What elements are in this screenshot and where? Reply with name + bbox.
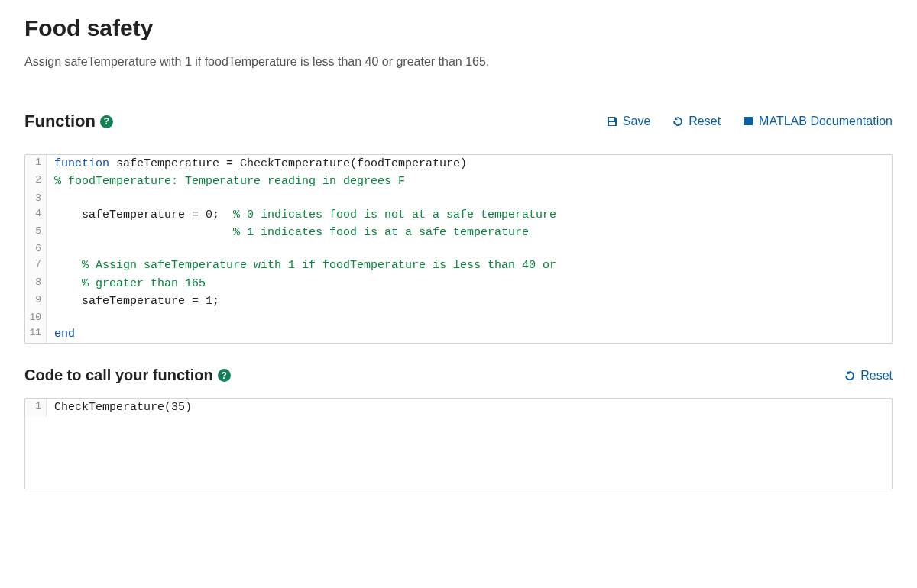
call-heading-text: Code to call your function: [24, 367, 213, 384]
code-line[interactable]: 1CheckTemperature(35): [25, 399, 892, 416]
line-number: 1: [25, 155, 47, 173]
page-title: Food safety: [24, 15, 893, 41]
save-button[interactable]: Save: [606, 115, 650, 128]
help-icon[interactable]: ?: [218, 369, 231, 382]
reset-button[interactable]: Reset: [672, 115, 721, 128]
code-content[interactable]: % foodTemperature: Temperature reading i…: [47, 173, 413, 190]
line-number: 11: [25, 325, 47, 343]
save-label: Save: [623, 115, 650, 128]
function-code-editor[interactable]: 1function safeTemperature = CheckTempera…: [24, 154, 893, 344]
code-content[interactable]: function safeTemperature = CheckTemperat…: [47, 155, 475, 173]
reset-icon: [844, 370, 856, 382]
code-line[interactable]: 9 safeTemperature = 1;: [25, 292, 892, 310]
line-number: 4: [25, 206, 47, 224]
line-number: 1: [25, 399, 47, 416]
function-section-header: Function ? Save Reset MATLAB Documentati…: [24, 111, 893, 131]
call-reset-button[interactable]: Reset: [844, 369, 893, 383]
line-number: 7: [25, 257, 47, 274]
line-number: 5: [25, 224, 47, 241]
function-toolbar: Save Reset MATLAB Documentation: [606, 115, 893, 128]
matlab-docs-link[interactable]: MATLAB Documentation: [742, 115, 893, 128]
function-heading-text: Function: [24, 111, 96, 131]
code-content[interactable]: CheckTemperature(35): [47, 399, 199, 416]
code-line[interactable]: 6: [25, 241, 892, 257]
call-section-header: Code to call your function ? Reset: [24, 367, 893, 384]
code-content[interactable]: % 1 indicates food is at a safe temperat…: [47, 224, 536, 241]
function-heading: Function ?: [24, 111, 113, 131]
line-number: 8: [25, 275, 47, 292]
code-content[interactable]: safeTemperature = 1;: [47, 292, 227, 310]
code-content[interactable]: [47, 191, 62, 206]
help-icon[interactable]: ?: [100, 115, 113, 128]
code-line[interactable]: 1function safeTemperature = CheckTempera…: [25, 155, 892, 173]
code-line[interactable]: 11end: [25, 325, 892, 343]
code-line[interactable]: 2% foodTemperature: Temperature reading …: [25, 173, 892, 190]
line-number: 6: [25, 241, 47, 257]
code-line[interactable]: 5 % 1 indicates food is at a safe temper…: [25, 224, 892, 241]
reset-icon: [672, 115, 684, 128]
reset-label: Reset: [689, 115, 721, 128]
line-number: 10: [25, 310, 47, 325]
problem-instructions: Assign safeTemperature with 1 if foodTem…: [24, 55, 893, 69]
code-content[interactable]: % greater than 165: [47, 275, 213, 292]
save-icon: [606, 115, 618, 128]
code-line[interactable]: 10: [25, 310, 892, 325]
call-heading: Code to call your function ?: [24, 367, 231, 384]
code-line[interactable]: 8 % greater than 165: [25, 275, 892, 292]
line-number: 2: [25, 173, 47, 190]
code-line[interactable]: 3: [25, 191, 892, 206]
call-reset-label: Reset: [860, 369, 893, 383]
code-content[interactable]: [47, 241, 62, 257]
book-icon: [742, 115, 754, 128]
code-line[interactable]: 4 safeTemperature = 0; % 0 indicates foo…: [25, 206, 892, 224]
line-number: 9: [25, 292, 47, 310]
code-content[interactable]: end: [47, 325, 83, 343]
line-number: 3: [25, 191, 47, 206]
call-code-editor[interactable]: 1CheckTemperature(35): [24, 398, 893, 489]
code-content[interactable]: safeTemperature = 0; % 0 indicates food …: [47, 206, 564, 224]
code-line[interactable]: 7 % Assign safeTemperature with 1 if foo…: [25, 257, 892, 274]
code-content[interactable]: % Assign safeTemperature with 1 if foodT…: [47, 257, 564, 274]
matlab-docs-label: MATLAB Documentation: [759, 115, 893, 128]
code-content[interactable]: [47, 310, 62, 325]
